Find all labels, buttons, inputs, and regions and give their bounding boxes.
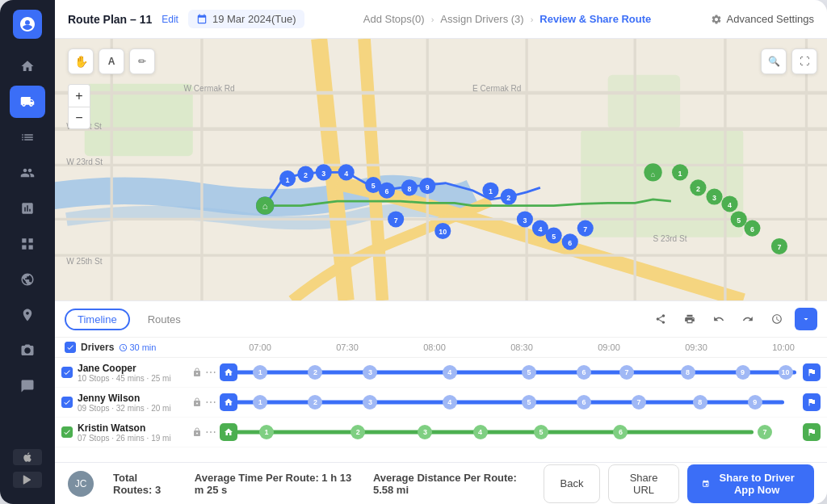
driver-row-kristin: Kristin Watson 07 Stops · 26 mins · 19 m… [55,418,827,447]
fullscreen-button[interactable]: ⛶ [791,48,817,74]
jenny-home-stop[interactable] [220,393,237,411]
jenny-stop-7[interactable]: 7 [632,395,646,410]
undo-button[interactable] [707,308,730,330]
sidebar-item-people[interactable] [10,157,45,189]
sidebar [0,0,55,504]
drivers-checkbox[interactable] [65,342,76,353]
kristin-stop-1[interactable]: 1 [259,425,274,439]
kristin-checkbox[interactable] [61,426,73,438]
timeline-area: Timeline Routes [55,300,827,462]
jenny-stop-1[interactable]: 1 [253,395,267,410]
jenny-stop-5[interactable]: 5 [522,395,536,410]
svg-text:⌂: ⌂ [651,170,655,178]
jane-stop-8[interactable]: 8 [681,365,695,380]
kristin-stop-3[interactable]: 3 [418,425,432,439]
sidebar-item-routes[interactable] [10,86,45,118]
step-assign-drivers[interactable]: Assign Drivers (3) [440,13,523,25]
sidebar-item-chat[interactable] [10,370,45,402]
jenny-lock-icon [192,397,202,407]
jenny-stop-2[interactable]: 2 [308,395,322,410]
svg-text:7: 7 [777,243,781,251]
google-play-btn[interactable] [13,472,42,488]
jane-stop-1[interactable]: 1 [253,365,267,380]
jane-stop-5[interactable]: 5 [522,365,536,380]
jenny-stop-9[interactable]: 9 [748,395,762,410]
back-button[interactable]: Back [544,464,601,503]
sidebar-item-grid[interactable] [10,228,45,260]
expand-button[interactable] [795,308,817,330]
kristin-stop-2[interactable]: 2 [351,425,365,439]
zoom-out-button[interactable]: − [68,107,90,129]
draw-tool-button[interactable]: ✏ [129,48,155,74]
hand-tool-button[interactable]: ✋ [68,48,94,74]
jenny-stop-3[interactable]: 3 [363,395,377,410]
share-url-button[interactable]: Share URL [608,464,678,503]
share-icon-button[interactable] [649,308,672,330]
advanced-settings-button[interactable]: Advanced Settings [711,13,814,25]
tab-timeline[interactable]: Timeline [65,309,130,330]
header: Route Plan – 11 Edit 19 Mar 2024(Tue) Ad… [55,0,827,39]
kristin-stop-7[interactable]: 7 [758,425,772,439]
clock-button[interactable] [766,308,788,330]
kristin-flag-stop[interactable] [803,423,821,441]
text-tool-button[interactable]: A [99,48,124,74]
jane-stop-3[interactable]: 3 [363,365,377,380]
jenny-more-button[interactable]: ⋯ [205,396,216,409]
drivers-label: Drivers [81,342,114,353]
breadcrumb: Add Stops(0) › Assign Drivers (3) › Revi… [314,13,701,25]
map-controls-top: ✋ A ✏ [68,48,155,74]
date-display: 19 Mar 2024(Tue) [188,10,304,28]
share-to-driver-app-button[interactable]: Share to Driver App Now [687,464,814,503]
sidebar-item-analytics[interactable] [10,192,45,225]
kristin-stop-5[interactable]: 5 [534,425,548,439]
jane-stop-7[interactable]: 7 [619,365,634,380]
jane-route-track: 1 2 3 4 5 6 7 8 9 10 [216,361,827,384]
jane-flag-stop[interactable] [803,363,821,381]
sidebar-item-home[interactable] [10,50,45,82]
duration-label: 30 min [119,342,156,352]
jane-meta: 10 Stops · 45 mins · 25 mi [78,374,171,383]
sidebar-item-pin[interactable] [10,299,45,331]
svg-text:7: 7 [394,216,398,225]
print-icon-button[interactable] [678,308,701,330]
map-background[interactable]: ⌂ 1 2 3 4 5 6 7 8 9 10 ⌂ 1 2 [55,39,827,300]
footer: JC Total Routes: 3 Average Time Per Rout… [55,462,827,504]
jenny-icons: ⋯ [192,396,216,409]
jane-stop-2[interactable]: 2 [308,365,322,380]
jane-stop-9[interactable]: 9 [736,365,750,380]
svg-text:2: 2 [304,171,308,179]
step-review-share[interactable]: Review & Share Route [539,13,651,25]
zoom-fit-button[interactable]: 🔍 [761,48,787,74]
advanced-settings-label: Advanced Settings [727,13,814,25]
svg-text:2: 2 [696,185,700,193]
jenny-stop-6[interactable]: 6 [577,395,591,410]
kristin-more-button[interactable]: ⋯ [205,426,216,439]
kristin-icons: ⋯ [192,426,216,439]
kristin-home-stop[interactable] [220,423,237,441]
jane-more-button[interactable]: ⋯ [205,366,216,379]
kristin-stop-6[interactable]: 6 [613,425,628,439]
jane-home-stop[interactable] [220,363,237,381]
step-add-stops[interactable]: Add Stops(0) [363,13,425,25]
jane-stop-10[interactable]: 10 [779,365,793,380]
jenny-stop-8[interactable]: 8 [693,395,707,410]
svg-rect-2 [581,129,743,237]
jane-checkbox[interactable] [61,367,73,378]
jane-stop-4[interactable]: 4 [443,365,457,380]
time-slot-1000: 10:00 [740,342,827,352]
jane-stop-6[interactable]: 6 [577,365,591,380]
jenny-flag-stop[interactable] [803,393,821,411]
kristin-route-bar [229,430,754,435]
edit-button[interactable]: Edit [162,14,178,25]
svg-text:4: 4 [538,225,542,233]
sidebar-item-globe[interactable] [10,263,45,296]
sidebar-item-list[interactable] [10,121,45,153]
apple-store-btn[interactable] [13,449,42,465]
kristin-stop-4[interactable]: 4 [473,425,488,439]
redo-button[interactable] [737,308,759,330]
tab-routes[interactable]: Routes [136,310,192,329]
jenny-stop-4[interactable]: 4 [443,395,457,410]
sidebar-item-camera[interactable] [10,334,45,367]
jenny-checkbox[interactable] [61,397,73,408]
zoom-in-button[interactable]: + [68,84,90,107]
